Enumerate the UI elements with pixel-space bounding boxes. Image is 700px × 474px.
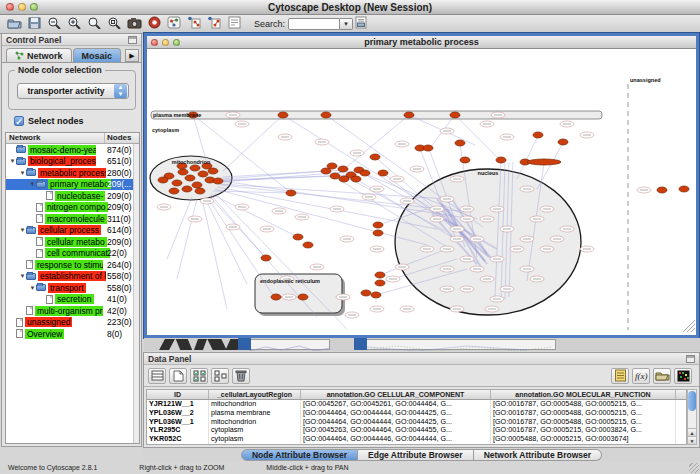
float-panel-icon[interactable] — [686, 355, 695, 363]
table-row[interactable]: YLR295Ccytoplasm[GO:0045263, GO:0044464,… — [147, 426, 686, 435]
node-color-dropdown[interactable]: transporter activity ▲▼ — [17, 83, 129, 99]
network-node[interactable] — [327, 163, 337, 169]
table-cell[interactable]: [GO:0016787, GO:0005488, GO:0005215, G..… — [491, 418, 676, 427]
table-row[interactable]: YKR052Ccytoplasm[GO:0044464, GO:0044446,… — [147, 435, 686, 444]
view-resize-grip[interactable] — [691, 328, 695, 332]
search-dropdown-icon[interactable]: ▼ — [340, 18, 353, 30]
tree-expand-icon[interactable]: ▼ — [29, 181, 36, 187]
tree-expand-icon[interactable]: ▼ — [19, 273, 26, 279]
attribute-batch-icon[interactable] — [611, 368, 629, 384]
network-node[interactable] — [303, 242, 313, 248]
tree-row-macromolecule[interactable]: macromolecule311(0) — [6, 213, 139, 225]
search-input[interactable] — [288, 18, 340, 30]
table-cell[interactable]: [GO:0016787, GO:0005215, GO:0003824, G..… — [491, 426, 676, 435]
network-node[interactable] — [371, 292, 381, 298]
table-scrollbar-thumb[interactable] — [688, 391, 696, 411]
table-cell[interactable]: YDR039C__1 — [147, 444, 209, 445]
network-node[interactable] — [423, 145, 433, 151]
network-node[interactable] — [378, 170, 388, 176]
background-view-corner[interactable] — [238, 338, 251, 350]
float-panel-icon[interactable] — [128, 36, 137, 44]
tree-row-mosaic-demo-yeast[interactable]: mosaic-demo-yeast874(0) — [6, 144, 139, 156]
table-cell[interactable]: mitochondrion — [209, 400, 301, 409]
zoom-out-icon[interactable] — [46, 15, 62, 30]
table-cell[interactable]: YKR052C — [147, 435, 209, 444]
network-node[interactable] — [271, 294, 281, 300]
heatmap-icon[interactable] — [674, 368, 692, 384]
tree-row-establishment-of-lo[interactable]: ▼establishment of lo558(0) — [6, 271, 139, 283]
network-node[interactable] — [182, 186, 192, 192]
tab-mosaic[interactable]: Mosaic — [73, 48, 122, 62]
tree-row-multi-organism-pro[interactable]: multi-organism pro42(0) — [6, 305, 139, 317]
scroll-up-icon[interactable]: ▲ — [688, 428, 696, 436]
network-node[interactable] — [455, 140, 465, 146]
table-cell[interactable]: mitochondrion — [209, 444, 301, 445]
table-cell[interactable]: [GO:0005488, GO:0005215, GO:0003674] — [491, 435, 676, 444]
table-cell[interactable]: YPL036W__1 — [147, 418, 209, 427]
background-view-window[interactable] — [356, 339, 556, 350]
tab-network-attribute-browser[interactable]: Network Attribute Browser — [474, 449, 602, 461]
tree-expand-icon[interactable]: ▼ — [29, 285, 36, 291]
table-cell[interactable]: mitochondrion — [209, 418, 301, 427]
zoom-in-icon[interactable] — [66, 15, 82, 30]
zoom-selected-icon[interactable] — [106, 15, 122, 30]
network-edge[interactable] — [207, 197, 277, 301]
table-scrollbar[interactable]: ▲ ▼ — [687, 389, 697, 445]
table-cell[interactable]: YJR121W__1 — [147, 400, 209, 409]
network-node[interactable] — [192, 182, 202, 188]
network-node[interactable] — [321, 112, 331, 118]
network-node[interactable] — [404, 112, 414, 118]
import-attributes-icon[interactable] — [653, 368, 671, 384]
table-cell[interactable]: [GO:0044464, GO:0044444, GO:0044425, G..… — [301, 444, 491, 445]
network-node[interactable] — [450, 112, 460, 118]
network-edge[interactable] — [211, 194, 298, 237]
network-node[interactable] — [375, 272, 385, 278]
delete-attribute-icon[interactable] — [232, 368, 250, 384]
network-node[interactable] — [261, 255, 271, 261]
tree-row-primary-metabo[interactable]: ▼primary metabo209(... — [6, 179, 139, 191]
network-node[interactable] — [558, 139, 568, 145]
table-cell[interactable]: cytoplasm — [209, 435, 301, 444]
window-resize-grip[interactable] — [689, 463, 699, 473]
region-plasma-membrane[interactable] — [151, 111, 602, 119]
table-cell[interactable]: [GO:0016787, GO:0005488, GO:0005215, G..… — [491, 444, 676, 445]
tree-column-network[interactable]: Network — [6, 133, 105, 143]
network-node[interactable] — [178, 169, 188, 175]
network-node-wide[interactable] — [527, 159, 561, 165]
network-node[interactable] — [679, 186, 689, 192]
network-node[interactable] — [190, 165, 200, 171]
tree-row-biological-process[interactable]: ▼biological_process651(0) — [6, 156, 139, 168]
network-node[interactable] — [158, 177, 168, 183]
network-node[interactable] — [351, 176, 361, 182]
save-icon[interactable] — [26, 16, 42, 31]
table-cell[interactable]: plasma membrane — [209, 409, 301, 418]
network-edge[interactable] — [537, 143, 563, 189]
tree-expand-icon[interactable]: ▼ — [19, 227, 26, 233]
function-builder-icon[interactable]: f(x) — [632, 368, 650, 384]
snapshot-icon[interactable] — [126, 16, 142, 31]
unselect-attributes-icon[interactable] — [211, 368, 229, 384]
tree-row-nitrogen-compo[interactable]: nitrogen compo209(0) — [6, 202, 139, 214]
attribute-table[interactable]: ID_cellularLayoutRegionannotation.GO CEL… — [146, 389, 687, 445]
network-edge[interactable] — [517, 136, 538, 179]
help-icon[interactable] — [146, 15, 162, 30]
network-node[interactable] — [533, 132, 543, 138]
tree-row-nucleobase-[interactable]: nucleobase-209(0) — [6, 190, 139, 202]
tree-row-metabolic-process[interactable]: ▼metabolic process280(0) — [6, 167, 139, 179]
tree-expand-icon[interactable]: ▼ — [9, 158, 16, 164]
table-cell[interactable]: [GO:0044464, GO:0044446, GO:0044444, G..… — [301, 435, 491, 444]
network-node[interactable] — [213, 178, 223, 184]
table-cell[interactable]: cytoplasm — [209, 426, 301, 435]
table-cell[interactable]: [GO:0016787, GO:0005488, GO:0005215, G..… — [491, 409, 676, 418]
new-attribute-icon[interactable] — [169, 368, 187, 384]
network-node[interactable] — [360, 170, 370, 176]
network-node[interactable] — [657, 187, 667, 193]
column-header-2[interactable]: annotation.GO CELLULAR_COMPONENT — [301, 390, 491, 399]
network-node[interactable] — [286, 190, 296, 196]
column-header-3[interactable]: annotation.GO MOLECULAR_FUNCTION — [491, 390, 676, 399]
background-view-corner[interactable] — [354, 338, 367, 350]
scroll-down-icon[interactable]: ▼ — [688, 436, 696, 444]
network-canvas[interactable]: plasma membranecytoplasmmitochondrionnuc… — [147, 49, 696, 335]
table-row[interactable]: YPL036W__2plasma membrane[GO:0044464, GO… — [147, 409, 686, 418]
network-node[interactable] — [330, 173, 340, 179]
